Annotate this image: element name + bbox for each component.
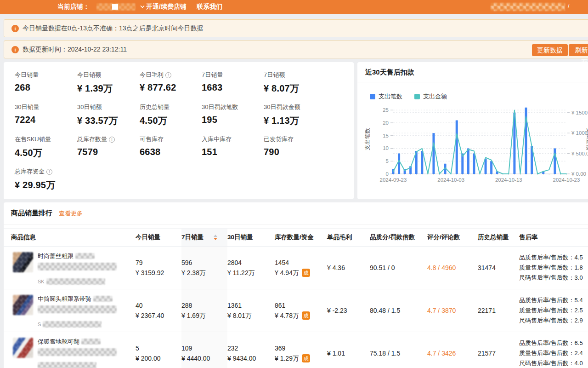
dashboard-page: 当前店铺： 开通/续费店铺 联系我们 / 今日销量数据在0点-13点不准确；13… <box>0 0 588 368</box>
rating-value: 4.7 / 3426 <box>427 348 478 358</box>
history-total-value: 31474 <box>478 263 519 273</box>
today-sales-qty: 79 <box>136 258 181 268</box>
rating: 4.8 / 4960 <box>427 247 478 289</box>
product-sku <box>38 362 117 368</box>
stat-label: 今日销量 <box>15 71 77 79</box>
stat-label: 今日毛利 <box>140 71 202 79</box>
product-image[interactable] <box>13 338 33 358</box>
chevron-down-icon[interactable] <box>140 4 144 8</box>
stat-value: ¥ 1.39万 <box>77 82 140 95</box>
svg-text:支出金额: 支出金额 <box>586 128 588 150</box>
product-name: 中筒圆头粗跟系带骑 <box>38 295 117 303</box>
svg-text:5: 5 <box>386 158 389 164</box>
update-data-button[interactable]: 更新数据 <box>532 44 568 56</box>
stat-value: 7224 <box>15 115 77 125</box>
svg-text:支出笔数: 支出笔数 <box>364 128 371 150</box>
product-name-text: 中筒圆头粗跟系带骑 <box>38 295 91 303</box>
stat-label: 历史总销量 <box>140 103 202 111</box>
column-header-7: 品质分/罚款倍数 <box>370 229 427 246</box>
nav-contact-us[interactable]: 联系我们 <box>197 3 222 11</box>
column-label: 库存数量/资金 <box>275 233 314 242</box>
svg-text:0: 0 <box>386 171 389 177</box>
stat-item: 已发货库存790 <box>264 135 354 167</box>
stat-label: 总库存数量 <box>77 135 140 144</box>
unit-margin-value: ¥ 4.36 <box>327 263 370 273</box>
sort-asc-caret[interactable] <box>214 233 217 237</box>
after-sale-rate-cell: 品质售后率/售后数：6.5质量售后率/售后数：2.4尺码售后率/售后数：4.0 <box>519 332 588 368</box>
amount-text: ¥ 2.38万 <box>181 268 206 278</box>
svg-text:2024-10-23: 2024-10-23 <box>553 177 580 183</box>
info-icon[interactable] <box>165 72 171 78</box>
table-row: 保暖雪地靴可翻5¥ 200.00109¥ 4440.00232¥ 9434.00… <box>4 332 588 368</box>
nav-renew-shop[interactable]: 开通/续费店铺 <box>146 3 187 11</box>
stat-item: 今日毛利¥ 877.62 <box>140 71 202 103</box>
refresh-page-button[interactable]: 刷新页面 <box>569 44 588 56</box>
thirty-day-sales: 2804¥ 11.22万 <box>227 247 275 289</box>
sort-desc-caret[interactable] <box>214 238 217 242</box>
update-time-text: 数据更新时间：2024-10-22 23:12:11 <box>23 46 127 54</box>
stat-item: 今日销额¥ 1.39万 <box>77 71 140 103</box>
seven-day-sales-amount: ¥ 4440.00 <box>181 353 227 363</box>
product-cell: 保暖雪地靴可翻 <box>11 332 136 368</box>
amount-text: ¥ 11.22万 <box>227 268 255 278</box>
stock-qty: 369 <box>275 343 327 353</box>
blurred-sku <box>38 362 96 368</box>
seven-day-sales-qty: 109 <box>181 343 227 353</box>
seven-day-sales: 596¥ 2.38万 <box>181 247 227 289</box>
unit-margin: ¥ 1.01 <box>327 332 370 368</box>
today-sales: 79¥ 3159.92 <box>136 247 181 289</box>
user-menu-blurred[interactable] <box>491 3 565 11</box>
legend-swatch <box>414 94 420 99</box>
today-sales-qty: 5 <box>136 343 181 353</box>
unit-margin: ¥ 4.36 <box>327 247 370 289</box>
rating-value: 4.8 / 4960 <box>427 263 478 273</box>
thirty-day-sales-amount: ¥ 8.01万 <box>227 310 275 321</box>
column-header-3[interactable]: 7日销量 <box>181 229 227 246</box>
stat-value: 4.50万 <box>140 115 202 127</box>
shop-name-block <box>112 4 118 10</box>
stat-item: 今日销量268 <box>15 71 77 103</box>
info-icon[interactable] <box>46 169 52 175</box>
sort-icon[interactable] <box>214 233 217 242</box>
info-icon[interactable] <box>109 137 115 143</box>
table-title: 商品销量排行 <box>11 209 52 218</box>
chart-title: 近30天售后扣款 <box>357 62 588 82</box>
stat-value: 790 <box>264 147 354 157</box>
view-more-link[interactable]: 查看更多 <box>59 209 83 218</box>
thirty-day-sales-qty: 232 <box>227 343 275 353</box>
stat-value: 4.50万 <box>15 147 77 159</box>
stat-item: 30日罚款金额¥ 1.13万 <box>264 103 354 135</box>
column-label: 30日销量 <box>227 233 253 242</box>
stat-item: 历史总销量4.50万 <box>140 103 202 135</box>
unit-margin-value: ¥ 1.01 <box>327 348 370 358</box>
today-sales-qty: 40 <box>136 300 181 310</box>
thirty-day-sales-amount: ¥ 9434.00 <box>227 353 275 363</box>
product-name-text: 时尚蕾丝粗跟 <box>38 252 74 260</box>
stat-value: ¥ 33.57万 <box>77 115 140 127</box>
amount-text: ¥ 4.78万 <box>275 310 299 321</box>
column-label: 商品信息 <box>11 233 36 242</box>
svg-text:2024-09-23: 2024-09-23 <box>380 177 407 183</box>
stats-overview-card: 今日销量268今日销额¥ 1.39万今日毛利¥ 877.627日销量16837日… <box>4 62 354 199</box>
after-sale-line: 品质售后率/售后数：5.4 <box>519 295 588 305</box>
top-bar: 当前店铺： 开通/续费店铺 联系我们 / <box>0 0 588 14</box>
stat-item: 7日销额¥ 8.07万 <box>264 71 354 103</box>
stat-value: 151 <box>202 147 264 157</box>
after-sale-chart-card: 近30天售后扣款 支出笔数支出金额 0510152025¥ 0.00¥ 500.… <box>357 62 588 199</box>
stock-amount: ¥ 4.94万成 <box>275 268 327 278</box>
product-image[interactable] <box>13 295 33 315</box>
seven-day-sales: 288¥ 1.69万 <box>181 289 227 332</box>
column-label: 评分/评论数 <box>427 233 460 242</box>
stat-label: 入库中库存 <box>202 135 264 144</box>
notice-sales-accuracy: 今日销量数据在0点-13点不准确；13点之后是北京时间今日数据 <box>4 19 588 37</box>
table-body: 时尚蕾丝粗跟SK79¥ 3159.92596¥ 2.38万2804¥ 11.22… <box>4 247 588 368</box>
column-label: 单品毛利 <box>327 233 352 242</box>
product-name: 保暖雪地靴可翻 <box>38 338 117 345</box>
product-image[interactable] <box>13 252 33 272</box>
unit-margin-value: ¥ -2.23 <box>327 305 370 316</box>
app-logo <box>1 1 26 13</box>
current-shop-label: 当前店铺： <box>57 3 90 11</box>
seven-day-sales-amount: ¥ 2.38万 <box>181 268 227 278</box>
stat-label: 7日销量 <box>202 71 264 79</box>
blurred-line <box>38 263 117 270</box>
